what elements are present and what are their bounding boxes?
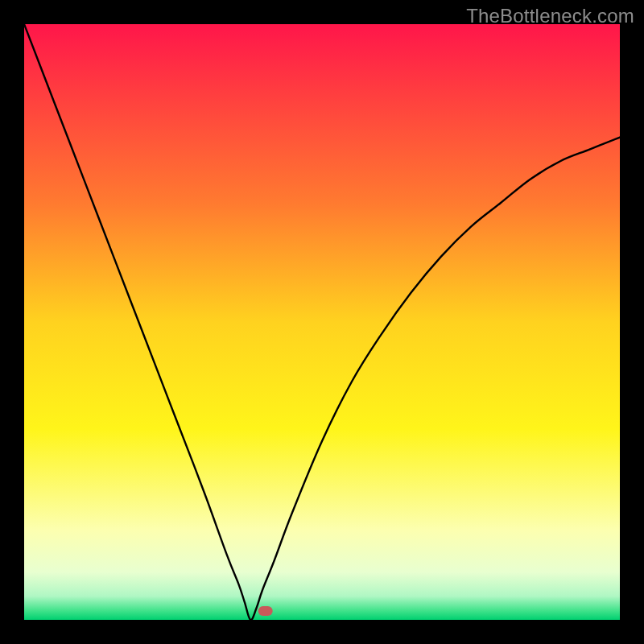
chart-frame: TheBottleneck.com <box>0 0 644 644</box>
watermark-text: TheBottleneck.com <box>466 5 634 27</box>
gradient-background <box>24 24 620 620</box>
optimum-marker <box>258 606 273 616</box>
bottleneck-chart <box>24 24 620 620</box>
optimum-marker-pill <box>258 606 273 616</box>
plot-area <box>24 24 620 620</box>
